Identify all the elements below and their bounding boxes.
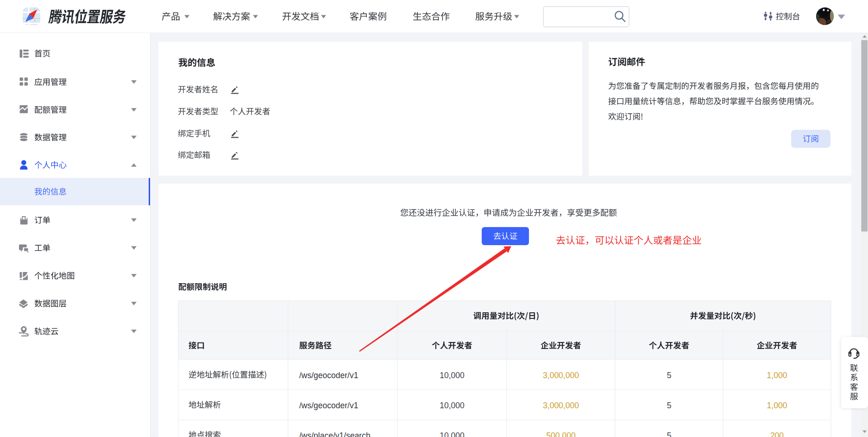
svg-text:1,000: 1,000 xyxy=(767,371,787,380)
svg-text:1,000: 1,000 xyxy=(767,401,787,410)
svg-text:200: 200 xyxy=(770,431,784,437)
svg-text:10,000: 10,000 xyxy=(440,401,465,410)
svg-text:5: 5 xyxy=(667,371,672,380)
svg-text:5: 5 xyxy=(667,431,672,437)
svg-text:10,000: 10,000 xyxy=(440,371,465,380)
svg-text:3,000,000: 3,000,000 xyxy=(543,401,579,410)
svg-text:500,000: 500,000 xyxy=(546,431,576,437)
svg-text:/ws/place/v1/search: /ws/place/v1/search xyxy=(299,431,371,437)
svg-text:3,000,000: 3,000,000 xyxy=(543,371,579,380)
svg-text:10,000: 10,000 xyxy=(440,431,465,437)
svg-text:/ws/geocoder/v1: /ws/geocoder/v1 xyxy=(299,371,358,380)
svg-text:/ws/geocoder/v1: /ws/geocoder/v1 xyxy=(299,401,358,410)
svg-text:5: 5 xyxy=(667,401,672,410)
